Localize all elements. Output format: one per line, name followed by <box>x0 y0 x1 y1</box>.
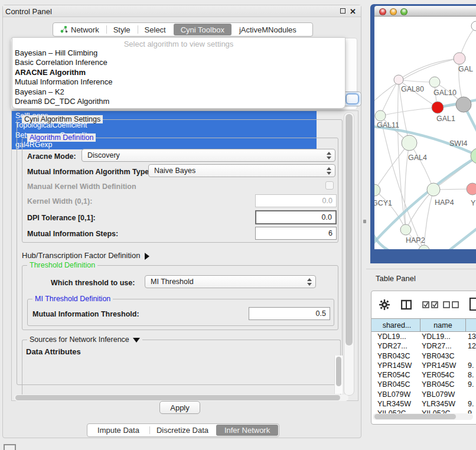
dpi-tolerance-field[interactable]: 0.0 <box>255 210 337 224</box>
scrollbar-thumb[interactable] <box>345 114 353 345</box>
tab-select[interactable]: Select <box>138 23 173 36</box>
network-edge[interactable] <box>374 190 406 230</box>
manual-kernel-checkbox[interactable] <box>325 181 334 190</box>
minimize-traffic-light-icon[interactable] <box>390 8 397 15</box>
table-row[interactable]: YBR045CYBR045C9. <box>371 380 476 389</box>
network-node-gal[interactable] <box>454 53 465 64</box>
network-node-gal80[interactable] <box>394 75 403 84</box>
table-header-row: shared...nameA <box>371 318 476 332</box>
table-row[interactable]: YPR145WYPR145W9. <box>371 361 476 370</box>
dropdown-item[interactable]: Basic Correlation Inference <box>12 58 345 67</box>
page-icon[interactable] <box>469 298 476 311</box>
table-row[interactable]: YDL19...YDL19...13 <box>371 332 476 341</box>
network-edge[interactable] <box>380 107 438 116</box>
desktop: Control Panel ✕ NetworkStyleSelectCyni T… <box>0 0 476 450</box>
column-header-1[interactable]: name <box>420 319 466 331</box>
column-header-2[interactable]: A <box>466 319 476 331</box>
network-node-gal4[interactable] <box>402 135 417 151</box>
mi-threshold-field[interactable]: 0.5 <box>249 307 330 320</box>
scrollbar-thumb[interactable] <box>336 357 341 386</box>
network-node-gal11[interactable] <box>375 110 386 121</box>
network-node-gal1[interactable] <box>432 102 444 113</box>
zoom-traffic-light-icon[interactable] <box>400 8 407 15</box>
table-cell: YDR27... <box>422 341 452 351</box>
node-label-hap4: HAP4 <box>435 198 454 207</box>
node-label-gal4: GAL4 <box>408 154 427 162</box>
minimized-window-icon[interactable] <box>4 444 16 450</box>
panel-splitter-handle[interactable] <box>363 220 366 223</box>
table-cell: 9. <box>468 380 474 389</box>
scrollbar-thumb[interactable] <box>374 414 456 419</box>
network-node-y[interactable] <box>467 183 476 195</box>
tab-impute-data[interactable]: Impute Data <box>87 424 149 436</box>
tab-style[interactable]: Style <box>106 23 138 36</box>
network-edge[interactable] <box>374 143 409 190</box>
network-edge[interactable] <box>374 233 391 249</box>
which-threshold-label: Which threshold to use: <box>51 279 135 287</box>
network-view-window: GALGAL80GAL10GAL1GAL11SWI4GAL4GCY1HAP4YH… <box>370 4 476 263</box>
network-node-gal10[interactable] <box>429 77 440 87</box>
network-node-hap2[interactable] <box>400 224 411 235</box>
close-icon[interactable]: ✕ <box>350 7 356 16</box>
column-header-0[interactable]: shared... <box>374 319 420 331</box>
mi-type-label: Mutual Information Algorithm Type: <box>27 168 151 176</box>
table-row[interactable]: YBR043CYBR043C <box>371 351 476 361</box>
kernel-width-field: 0.0 <box>255 194 337 207</box>
tab-infer-network[interactable]: Infer Network <box>216 425 278 436</box>
combo-spinner-icon <box>326 151 331 160</box>
dropdown-item[interactable]: Dream8 DC_TDC Algorithm <box>12 97 345 106</box>
combo-spinner-icon[interactable] <box>345 93 359 105</box>
tab-network[interactable]: Network <box>53 23 106 36</box>
network-edge[interactable] <box>406 190 433 230</box>
table-cell: YIL052C <box>422 409 451 413</box>
tab-label: Cyni Toolbox <box>181 25 224 34</box>
control-panel-titlebar: Control Panel ✕ <box>3 5 361 17</box>
node-label-gal80: GAL80 <box>401 85 424 93</box>
close-traffic-light-icon[interactable] <box>379 8 386 15</box>
hub-definition-expander[interactable]: Hub/Transcription Factor Definition <box>22 251 149 260</box>
network-edge[interactable] <box>448 226 476 249</box>
network-canvas[interactable]: GALGAL80GAL10GAL1GAL11SWI4GAL4GCY1HAP4YH… <box>374 17 476 249</box>
mi-threshold-definition-group: MI Threshold Definition Mutual Informati… <box>27 299 334 326</box>
table-row[interactable]: YIL052CYIL052C9. <box>371 409 476 413</box>
dropdown-item[interactable]: Mutual Information Inference <box>12 77 345 87</box>
attribute-list-scrollbar[interactable] <box>334 356 343 394</box>
mi-steps-label: Mutual Information Steps: <box>27 230 118 238</box>
tab-jactivemnodules[interactable]: jActiveMNodules <box>232 23 304 36</box>
table-row[interactable]: YLR345WYLR345W9. <box>371 399 476 409</box>
table-cell: YBR045C <box>377 380 410 389</box>
table-cell: YDL19... <box>377 332 406 341</box>
mi-steps-field[interactable]: 6 <box>255 227 337 240</box>
tab-discretize-data[interactable]: Discretize Data <box>149 424 216 436</box>
settings-horizontal-scrollbar[interactable] <box>14 394 348 401</box>
table-row[interactable]: YBL079WYBL079W <box>371 390 476 399</box>
tab-cyni-toolbox[interactable]: Cyni Toolbox <box>174 24 232 35</box>
aracne-mode-select[interactable]: Discovery <box>81 149 335 162</box>
settings-vertical-scrollbar[interactable] <box>344 112 354 396</box>
table-cell: YER054C <box>377 370 410 380</box>
network-node[interactable] <box>419 245 429 249</box>
dropdown-item[interactable]: ARACNE Algorithm <box>12 68 345 77</box>
dropdown-item[interactable]: Bayesian – K2 <box>12 87 345 97</box>
table-row[interactable]: YDR27...YDR27...12 <box>371 341 476 351</box>
float-window-icon[interactable] <box>340 8 345 14</box>
kernel-width-label: Kernel Width (0,1): <box>27 197 92 206</box>
group-title: MI Threshold Definition <box>32 295 113 303</box>
scrollbar-thumb[interactable] <box>15 395 340 400</box>
which-threshold-select[interactable]: MI Threshold <box>145 275 316 288</box>
network-node[interactable] <box>456 97 471 112</box>
columns-icon[interactable] <box>401 299 412 310</box>
unchecked-boxes-icon[interactable] <box>443 301 459 308</box>
table-horizontal-scrollbar[interactable] <box>373 413 473 420</box>
checked-boxes-icon[interactable] <box>422 301 439 308</box>
gear-icon[interactable] <box>379 299 390 310</box>
mi-algorithm-type-select[interactable]: Naive Bayes <box>148 164 335 177</box>
dropdown-item[interactable]: Bayesian – Hill Climbing <box>12 48 345 58</box>
table-row[interactable]: YER054CYER054C8. <box>371 370 476 380</box>
sources-title[interactable]: Sources for Network Inference <box>27 335 142 344</box>
table-cell: YDL19... <box>422 332 451 341</box>
network-node[interactable] <box>471 21 476 31</box>
apply-button[interactable]: Apply <box>159 401 200 414</box>
network-edge[interactable] <box>380 80 399 116</box>
network-node-hap4[interactable] <box>427 183 440 196</box>
